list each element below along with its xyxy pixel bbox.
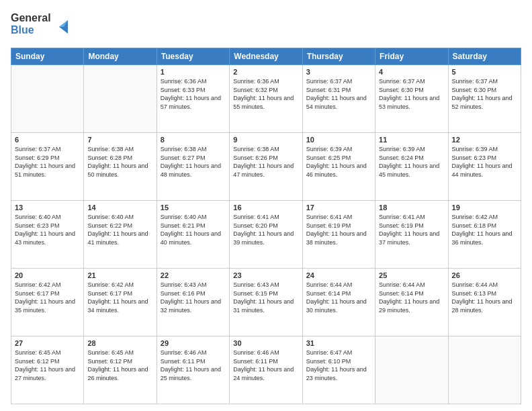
weekday-header-wednesday: Wednesday xyxy=(230,48,302,65)
day-info: Sunrise: 6:46 AM Sunset: 6:11 PM Dayligh… xyxy=(161,349,226,382)
calendar-cell: 4Sunrise: 6:37 AM Sunset: 6:30 PM Daylig… xyxy=(375,65,448,133)
day-info: Sunrise: 6:37 AM Sunset: 6:30 PM Dayligh… xyxy=(452,77,517,111)
day-info: Sunrise: 6:39 AM Sunset: 6:25 PM Dayligh… xyxy=(306,145,371,179)
day-number: 21 xyxy=(87,271,152,279)
calendar-cell: 29Sunrise: 6:46 AM Sunset: 6:11 PM Dayli… xyxy=(157,336,229,404)
weekday-header-thursday: Thursday xyxy=(302,48,375,65)
calendar-cell: 13Sunrise: 6:40 AM Sunset: 6:23 PM Dayli… xyxy=(11,201,84,269)
calendar-cell: 15Sunrise: 6:40 AM Sunset: 6:21 PM Dayli… xyxy=(157,201,229,269)
calendar-cell: 2Sunrise: 6:36 AM Sunset: 6:32 PM Daylig… xyxy=(230,65,302,133)
day-number: 11 xyxy=(379,136,444,144)
day-info: Sunrise: 6:36 AM Sunset: 6:32 PM Dayligh… xyxy=(233,77,298,111)
day-info: Sunrise: 6:42 AM Sunset: 6:17 PM Dayligh… xyxy=(15,281,80,314)
calendar-cell: 3Sunrise: 6:37 AM Sunset: 6:31 PM Daylig… xyxy=(302,65,375,133)
day-info: Sunrise: 6:38 AM Sunset: 6:28 PM Dayligh… xyxy=(87,145,152,179)
day-info: Sunrise: 6:45 AM Sunset: 6:12 PM Dayligh… xyxy=(87,349,152,382)
day-number: 29 xyxy=(161,339,226,347)
day-number: 19 xyxy=(452,203,517,212)
day-number: 23 xyxy=(233,271,298,279)
calendar-cell: 27Sunrise: 6:45 AM Sunset: 6:12 PM Dayli… xyxy=(11,336,84,404)
day-info: Sunrise: 6:44 AM Sunset: 6:13 PM Dayligh… xyxy=(452,281,517,314)
day-info: Sunrise: 6:42 AM Sunset: 6:18 PM Dayligh… xyxy=(452,213,517,246)
calendar-cell: 22Sunrise: 6:43 AM Sunset: 6:16 PM Dayli… xyxy=(157,269,229,336)
calendar-cell: 20Sunrise: 6:42 AM Sunset: 6:17 PM Dayli… xyxy=(11,269,84,336)
calendar-cell: 1Sunrise: 6:36 AM Sunset: 6:33 PM Daylig… xyxy=(157,65,229,133)
calendar-cell: 16Sunrise: 6:41 AM Sunset: 6:20 PM Dayli… xyxy=(230,201,302,269)
calendar-cell xyxy=(84,65,157,133)
calendar-cell: 10Sunrise: 6:39 AM Sunset: 6:25 PM Dayli… xyxy=(302,133,375,201)
calendar-cell: 5Sunrise: 6:37 AM Sunset: 6:30 PM Daylig… xyxy=(448,65,521,133)
day-info: Sunrise: 6:41 AM Sunset: 6:20 PM Dayligh… xyxy=(233,213,298,246)
weekday-header-monday: Monday xyxy=(84,48,157,65)
day-info: Sunrise: 6:36 AM Sunset: 6:33 PM Dayligh… xyxy=(161,77,226,111)
day-info: Sunrise: 6:38 AM Sunset: 6:26 PM Dayligh… xyxy=(233,145,298,179)
calendar-cell: 25Sunrise: 6:44 AM Sunset: 6:14 PM Dayli… xyxy=(375,269,448,336)
weekday-header-friday: Friday xyxy=(375,48,448,65)
day-info: Sunrise: 6:41 AM Sunset: 6:19 PM Dayligh… xyxy=(306,213,371,246)
calendar-cell xyxy=(448,336,521,404)
calendar-table: SundayMondayTuesdayWednesdayThursdayFrid… xyxy=(11,48,521,404)
day-number: 27 xyxy=(15,339,80,347)
day-number: 28 xyxy=(87,339,152,347)
day-info: Sunrise: 6:39 AM Sunset: 6:23 PM Dayligh… xyxy=(452,145,517,179)
weekday-header-saturday: Saturday xyxy=(448,48,521,65)
day-info: Sunrise: 6:40 AM Sunset: 6:23 PM Dayligh… xyxy=(15,213,80,246)
calendar-cell: 28Sunrise: 6:45 AM Sunset: 6:12 PM Dayli… xyxy=(84,336,157,404)
logo: General Blue xyxy=(11,8,71,41)
day-info: Sunrise: 6:40 AM Sunset: 6:22 PM Dayligh… xyxy=(87,213,152,246)
day-number: 15 xyxy=(161,203,226,212)
logo-text: General Blue xyxy=(11,8,71,41)
calendar-cell: 26Sunrise: 6:44 AM Sunset: 6:13 PM Dayli… xyxy=(448,269,521,336)
day-number: 4 xyxy=(379,68,444,76)
day-number: 3 xyxy=(306,68,371,76)
day-info: Sunrise: 6:41 AM Sunset: 6:19 PM Dayligh… xyxy=(379,213,444,246)
calendar-cell: 12Sunrise: 6:39 AM Sunset: 6:23 PM Dayli… xyxy=(448,133,521,201)
day-number: 6 xyxy=(15,136,80,144)
day-number: 17 xyxy=(306,203,371,212)
day-info: Sunrise: 6:43 AM Sunset: 6:15 PM Dayligh… xyxy=(233,281,298,314)
day-number: 13 xyxy=(15,203,80,212)
day-number: 7 xyxy=(87,136,152,144)
calendar-cell: 31Sunrise: 6:47 AM Sunset: 6:10 PM Dayli… xyxy=(302,336,375,404)
day-info: Sunrise: 6:47 AM Sunset: 6:10 PM Dayligh… xyxy=(306,349,371,382)
calendar-cell: 23Sunrise: 6:43 AM Sunset: 6:15 PM Dayli… xyxy=(230,269,302,336)
day-number: 8 xyxy=(161,136,226,144)
day-number: 16 xyxy=(233,203,298,212)
calendar-cell: 24Sunrise: 6:44 AM Sunset: 6:14 PM Dayli… xyxy=(302,269,375,336)
calendar-cell: 18Sunrise: 6:41 AM Sunset: 6:19 PM Dayli… xyxy=(375,201,448,269)
calendar-cell: 21Sunrise: 6:42 AM Sunset: 6:17 PM Dayli… xyxy=(84,269,157,336)
day-info: Sunrise: 6:46 AM Sunset: 6:11 PM Dayligh… xyxy=(233,349,298,382)
calendar-cell xyxy=(375,336,448,404)
day-number: 2 xyxy=(233,68,298,76)
weekday-header-sunday: Sunday xyxy=(11,48,84,65)
day-number: 20 xyxy=(15,271,80,279)
day-number: 9 xyxy=(233,136,298,144)
day-number: 10 xyxy=(306,136,371,144)
day-info: Sunrise: 6:44 AM Sunset: 6:14 PM Dayligh… xyxy=(306,281,371,314)
day-number: 5 xyxy=(452,68,517,76)
day-info: Sunrise: 6:43 AM Sunset: 6:16 PM Dayligh… xyxy=(161,281,226,314)
calendar-cell: 7Sunrise: 6:38 AM Sunset: 6:28 PM Daylig… xyxy=(84,133,157,201)
day-number: 25 xyxy=(379,271,444,279)
day-info: Sunrise: 6:37 AM Sunset: 6:29 PM Dayligh… xyxy=(15,145,80,179)
day-info: Sunrise: 6:39 AM Sunset: 6:24 PM Dayligh… xyxy=(379,145,444,179)
calendar-cell: 9Sunrise: 6:38 AM Sunset: 6:26 PM Daylig… xyxy=(230,133,302,201)
day-number: 14 xyxy=(87,203,152,212)
day-number: 30 xyxy=(233,339,298,347)
calendar-cell: 14Sunrise: 6:40 AM Sunset: 6:22 PM Dayli… xyxy=(84,201,157,269)
day-info: Sunrise: 6:38 AM Sunset: 6:27 PM Dayligh… xyxy=(161,145,226,179)
day-number: 22 xyxy=(161,271,226,279)
day-number: 31 xyxy=(306,339,371,347)
calendar-cell: 19Sunrise: 6:42 AM Sunset: 6:18 PM Dayli… xyxy=(448,201,521,269)
day-info: Sunrise: 6:44 AM Sunset: 6:14 PM Dayligh… xyxy=(379,281,444,314)
day-info: Sunrise: 6:37 AM Sunset: 6:30 PM Dayligh… xyxy=(379,77,444,111)
day-number: 1 xyxy=(161,68,226,76)
day-number: 26 xyxy=(452,271,517,279)
calendar-cell: 6Sunrise: 6:37 AM Sunset: 6:29 PM Daylig… xyxy=(11,133,84,201)
svg-text:Blue: Blue xyxy=(11,24,34,36)
day-info: Sunrise: 6:37 AM Sunset: 6:31 PM Dayligh… xyxy=(306,77,371,111)
calendar-cell: 30Sunrise: 6:46 AM Sunset: 6:11 PM Dayli… xyxy=(230,336,302,404)
svg-text:General: General xyxy=(11,12,51,24)
day-number: 18 xyxy=(379,203,444,212)
day-number: 24 xyxy=(306,271,371,279)
